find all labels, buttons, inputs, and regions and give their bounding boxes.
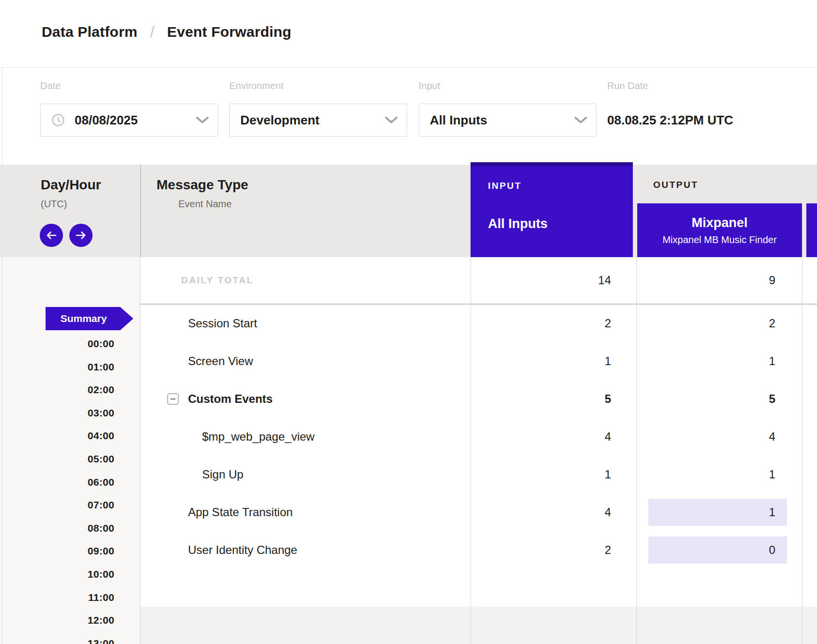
input-filter-label: Input (419, 80, 440, 92)
event-name-label: Session Start (188, 317, 257, 330)
hour-list-item[interactable]: 00:00 (0, 332, 114, 355)
table-row: User Identity Change 2 0 (141, 531, 817, 569)
input-column-name: All Inputs (488, 216, 548, 231)
event-forwarding-page: Data Platform / Event Forwarding Date 08… (0, 0, 817, 644)
event-name-cell: User Identity Change (141, 531, 471, 569)
input-count-cell: 4 (471, 418, 636, 456)
hour-list-item[interactable]: 12:00 (0, 609, 114, 632)
hour-label: 01:00 (88, 361, 114, 372)
hour-list-item[interactable]: 08:00 (0, 517, 114, 540)
arrow-right-icon (75, 231, 87, 240)
hour-list-item[interactable]: 04:00 (0, 424, 114, 447)
daily-total-row: DAILY TOTAL 14 9 (141, 257, 817, 304)
input-column-accent-strip (471, 162, 633, 166)
day-hour-sidebar: Summary 00:00 01:00 02:00 03:00 04:00 05… (0, 257, 140, 644)
filter-bar: Date 08/08/2025 Environment Development (0, 68, 817, 165)
row-stub-cell (801, 380, 817, 418)
hour-list-item[interactable]: 11:00 (0, 586, 114, 609)
hour-list-item[interactable]: 05:00 (0, 447, 114, 471)
date-dropdown[interactable]: 08/08/2025 (40, 104, 218, 137)
table-row: Custom Events 5 5 (141, 380, 817, 418)
output-count-cell: 1 (636, 342, 801, 380)
daily-total-output-cell: 9 (636, 257, 801, 304)
table-row: Session Start 2 2 (141, 305, 817, 342)
input-value: All Inputs (430, 113, 487, 128)
date-filter-label: Date (40, 80, 61, 92)
event-name-cell: $mp_web_page_view (141, 418, 471, 456)
breadcrumb-section[interactable]: Data Platform (42, 24, 138, 40)
hour-list-item[interactable]: 13:00 (0, 632, 114, 644)
row-stub-cell (801, 342, 817, 380)
input-column-header[interactable]: INPUT All Inputs (471, 162, 633, 257)
input-count-value: 1 (605, 354, 611, 368)
output-count-cell: 0 (636, 531, 801, 569)
hour-label: 09:00 (88, 545, 114, 556)
summary-badge[interactable]: Summary (46, 307, 133, 330)
output-count-cell: 4 (636, 418, 801, 456)
hour-list-item[interactable]: 06:00 (0, 471, 114, 494)
previous-day-button[interactable] (40, 224, 63, 247)
output-count-cell: 5 (636, 380, 801, 418)
output-column-header-partial[interactable] (806, 203, 817, 257)
input-count-cell: 2 (471, 531, 636, 569)
collapse-minus-icon[interactable] (167, 393, 179, 405)
chevron-down-icon (385, 117, 398, 124)
hour-list-item[interactable]: 01:00 (0, 355, 114, 379)
input-count-cell: 5 (471, 380, 636, 418)
event-name-cell: App State Transition (141, 493, 471, 531)
event-name-cell: Screen View (141, 342, 471, 380)
hour-list-item[interactable]: 10:00 (0, 563, 114, 586)
hour-list-item[interactable]: 09:00 (0, 539, 114, 563)
table-body: Summary 00:00 01:00 02:00 03:00 04:00 05… (0, 257, 817, 644)
output-count-value: 0 (769, 543, 775, 557)
event-name-label: Screen View (188, 354, 253, 368)
hour-label: 08:00 (88, 522, 114, 534)
table-row: Screen View 1 1 (141, 342, 817, 380)
breadcrumb: Data Platform / Event Forwarding (42, 0, 291, 64)
hour-label: 06:00 (88, 476, 114, 488)
event-rows: Session Start 2 2 Screen View 1 1 Custom… (141, 305, 817, 569)
topbar: Data Platform / Event Forwarding (0, 0, 817, 68)
daily-total-input-value: 14 (598, 274, 611, 287)
environment-value: Development (240, 113, 319, 128)
daily-total-label: DAILY TOTAL (181, 275, 253, 286)
clock-icon (51, 113, 65, 127)
hour-label: 04:00 (88, 430, 114, 441)
input-dropdown[interactable]: All Inputs (419, 104, 597, 137)
row-stub-cell (801, 531, 817, 569)
hour-list-item[interactable]: 02:00 (0, 378, 114, 401)
daily-total-output-value: 9 (769, 274, 775, 287)
output-count-value: 5 (769, 392, 775, 406)
row-stub-cell (801, 456, 817, 493)
highlighted-cell[interactable] (648, 499, 787, 526)
breadcrumb-separator: / (150, 23, 155, 41)
event-name-label: $mp_web_page_view (202, 430, 314, 444)
hour-list-item[interactable]: 07:00 (0, 493, 114, 517)
hour-list: 00:00 01:00 02:00 03:00 04:00 05:00 06:0… (0, 332, 114, 644)
page-left-border (2, 68, 2, 644)
event-name-label: App State Transition (188, 506, 293, 519)
output-count-value: 1 (769, 354, 775, 368)
output-count-value: 1 (769, 506, 775, 519)
event-name-cell: Session Start (141, 305, 471, 342)
highlighted-cell[interactable] (648, 537, 787, 564)
input-count-value: 2 (605, 317, 611, 330)
next-day-button[interactable] (69, 224, 93, 247)
hour-list-item[interactable]: 03:00 (0, 401, 114, 425)
output-column-header-mixpanel[interactable]: Mixpanel Mixpanel MB Music Finder (637, 203, 802, 257)
hour-label: 12:00 (88, 614, 114, 626)
environment-dropdown[interactable]: Development (229, 104, 407, 137)
input-count-cell: 2 (471, 305, 636, 342)
chevron-down-icon (196, 117, 209, 124)
hour-label: 13:00 (88, 638, 114, 644)
input-count-cell: 4 (471, 493, 636, 531)
row-stub-cell (801, 493, 817, 531)
row-stub-cell (801, 418, 817, 456)
chevron-down-icon (574, 117, 587, 124)
input-count-cell: 1 (471, 342, 636, 380)
run-date-label: Run Date (607, 80, 648, 92)
header-divider (140, 165, 141, 257)
hour-label: 05:00 (88, 453, 114, 464)
hour-label: 00:00 (88, 338, 114, 349)
event-name-label: Custom Events (188, 392, 273, 406)
